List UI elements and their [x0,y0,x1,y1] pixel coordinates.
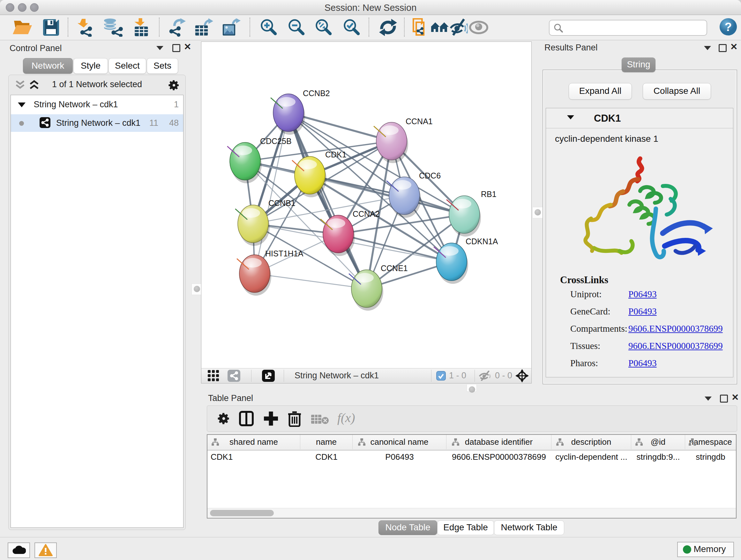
tab-sets[interactable]: Sets [147,58,178,74]
tab-node-table[interactable]: Node Table [379,520,437,535]
export-image-icon[interactable] [221,18,241,37]
tab-style[interactable]: Style [73,58,108,74]
cloud-status-button[interactable] [8,543,30,558]
results-panel-close-button[interactable]: ✕ [730,44,738,51]
show-panel-eye-icon[interactable] [469,18,488,37]
zoom-selected-icon[interactable] [342,18,362,37]
control-panel-close-button[interactable]: ✕ [184,44,191,51]
table-panel-menu-button[interactable] [704,396,712,401]
hide-panel-eye-slash-icon[interactable] [450,18,468,37]
column-header-name[interactable]: name [300,435,353,449]
network-node-CDK1[interactable]: CDK1 [292,150,346,197]
toolbar-separator [250,17,250,37]
network-canvas[interactable]: CCNB2CCNA1CDC25BCDK1CDC6RB1CCNB1CCNA2CDK… [201,42,531,368]
zoom-fit-icon[interactable] [314,18,334,37]
grid-view-icon[interactable] [208,370,220,381]
hierarchy-icon [452,438,459,446]
network-collection-label: String Network – cdk1 [34,100,118,109]
crosslink-genecard-link[interactable]: P06493 [628,306,657,317]
tab-edge-table[interactable]: Edge Table [437,520,494,535]
toolbar-separator [284,370,284,382]
scrollbar-thumb[interactable] [210,510,274,516]
network-view-panel: CCNB2CCNA1CDC25BCDK1CDC6RB1CCNB1CCNA2CDK… [201,42,532,383]
crosslink-tissues-link[interactable]: 9606.ENSP00000378699 [628,341,723,351]
gene-description: cyclin-dependent kinase 1 [555,134,658,144]
tab-network-table[interactable]: Network Table [494,520,564,535]
gene-section-header[interactable]: CDK1 [546,108,733,128]
network-node-CCNA1[interactable]: CCNA1 [374,117,432,163]
open-file-icon[interactable] [12,18,33,37]
home-networks-icon[interactable] [430,18,449,37]
cell-name: CDK1 [300,450,353,463]
table-panel-close-button[interactable]: ✕ [731,394,739,401]
table-options-gear-icon[interactable] [217,412,231,426]
network-tree-root-row[interactable]: String Network – cdk1 1 [11,96,183,113]
horizontal-splitter-handle[interactable] [467,384,477,392]
column-header-description[interactable]: description [551,435,631,449]
tab-select[interactable]: Select [109,58,146,74]
column-header-namespace[interactable]: namespace [685,435,736,449]
network-tree-child-row[interactable]: String Network – cdk1 11 48 [11,114,183,132]
help-icon[interactable]: ? [719,17,738,36]
crosslink-label: Pharos: [570,358,598,368]
results-panel-menu-button[interactable] [704,46,711,50]
warnings-button[interactable] [35,543,57,558]
table-horizontal-scrollbar[interactable] [207,508,736,518]
search-input[interactable] [566,22,703,33]
node-table: shared name name canonical name database… [207,434,737,518]
export-network-icon[interactable] [167,18,187,37]
control-panel-float-button[interactable] [172,44,180,52]
crosslink-compartments-link[interactable]: 9606.ENSP00000378699 [628,323,723,334]
crosslink-pharos-link[interactable]: P06493 [628,358,657,368]
refresh-icon[interactable] [379,18,398,37]
tab-string[interactable]: String [622,57,656,72]
network-options-gear-icon[interactable] [167,79,180,91]
create-column-plus-icon[interactable] [263,411,279,426]
network-node-CDC6[interactable]: CDC6 [387,171,441,218]
network-node-CCNB2[interactable]: CCNB2 [271,89,330,135]
open-in-window-icon[interactable] [262,370,275,382]
collapse-all-button[interactable]: Collapse All [643,83,711,100]
cell-canonical-name: P06493 [353,450,447,463]
delete-column-trash-icon[interactable] [287,410,301,427]
memory-button[interactable]: Memory [677,542,734,557]
import-database-icon[interactable] [103,18,124,37]
crosslink-label: Uniprot: [570,289,602,300]
zoom-in-icon[interactable] [259,18,279,37]
cell-database-identifier: 9606.ENSP00000378699 [447,450,551,463]
window-title: Session: New Session [0,3,741,13]
table-header-row: shared name name canonical name database… [207,435,736,450]
selected-checkbox-icon[interactable] [436,371,446,381]
results-panel-float-button[interactable] [719,44,727,52]
toolbar-separator [368,17,369,37]
show-columns-icon[interactable] [239,411,254,426]
share-session-icon[interactable] [412,18,428,37]
birds-eye-view-icon[interactable] [515,369,529,382]
search-box [549,20,707,36]
tab-network[interactable]: Network [23,58,73,74]
save-session-icon[interactable] [42,18,60,37]
hidden-eye-slash-icon [479,371,492,381]
import-network-icon[interactable] [77,18,96,37]
network-node-RB1[interactable]: RB1 [447,190,496,237]
network-edge-count: 48 [169,114,179,132]
expand-all-button[interactable]: Expand All [569,83,632,100]
status-bar: Memory [0,537,741,560]
crosslink-uniprot-link[interactable]: P06493 [628,289,657,300]
network-node-CCNB1[interactable]: CCNB1 [235,199,295,246]
network-node-HIST1H1A[interactable]: HIST1H1A [237,249,304,296]
network-item-label: String Network – cdk1 [56,118,140,128]
protein-structure-image [565,150,715,277]
table-panel-float-button[interactable] [720,395,728,402]
control-panel-menu-button[interactable] [156,46,163,50]
control-panel: Control Panel ✕ Network Style Select Set… [3,42,191,530]
cell-shared-name: CDK1 [211,450,287,463]
import-table-icon[interactable] [132,18,149,37]
column-header-shared-name[interactable]: shared name [207,435,300,449]
zoom-out-icon[interactable] [287,18,307,37]
share-view-icon[interactable] [227,370,240,382]
column-header-database-identifier[interactable]: database identifier [447,435,551,449]
column-header-canonical-name[interactable]: canonical name [353,435,447,449]
export-table-icon[interactable] [194,18,214,37]
column-header-id[interactable]: @id [631,435,685,449]
